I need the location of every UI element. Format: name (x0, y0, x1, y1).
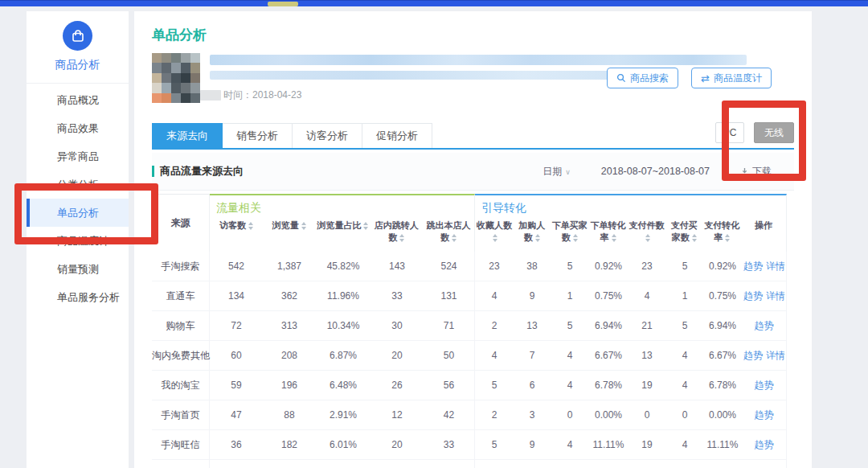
value-cell: 6.67% (703, 341, 742, 370)
value-cell: 134 (210, 281, 263, 310)
source-cell: 我的淘宝 (152, 371, 210, 400)
value-cell: 24 (210, 460, 263, 468)
column-header[interactable]: 店内跳转人数 (370, 217, 423, 252)
column-header[interactable]: 支付转化率 (702, 217, 741, 252)
tab-bar: 来源去向销售分析访客分析促销分析 (152, 123, 432, 148)
trend-link[interactable]: 趋势 (743, 261, 763, 272)
mosaic-pixel (162, 93, 171, 103)
sidebar-item-product-effect[interactable]: 商品效果 (27, 114, 129, 142)
value-cell: 0.92% (589, 252, 628, 281)
trend-link[interactable]: 趋势 (755, 439, 774, 450)
value-cell: 36 (210, 430, 263, 459)
sidebar-item-product-overview[interactable]: 商品概况 (27, 86, 129, 114)
value-cell: 5 (475, 371, 514, 400)
mosaic-pixel (181, 83, 190, 92)
column-header[interactable]: 下单转化率 (589, 217, 628, 252)
column-header[interactable]: 加购人数 (514, 217, 551, 252)
product-thermometer-button[interactable]: ⇄ 商品温度计 (691, 68, 772, 88)
value-cell: 88 (263, 400, 316, 429)
sort-icon[interactable] (301, 222, 306, 230)
product-summary: 时间：2018-04-23 商品搜索 ⇄ 商品温度计 (152, 53, 794, 105)
column-header[interactable]: 浏览量占比 (316, 217, 371, 252)
product-search-button[interactable]: 商品搜索 (607, 68, 678, 88)
sort-icon[interactable] (493, 234, 497, 242)
value-cell: 6.78% (703, 371, 742, 400)
column-header[interactable]: 浏览量 (263, 217, 316, 252)
column-header[interactable]: 收藏人数 (475, 217, 514, 252)
mosaic-pixel (162, 83, 171, 92)
column-header[interactable]: 支付买家数 (665, 217, 702, 252)
trend-link[interactable]: 趋势 (743, 290, 763, 302)
date-range-picker[interactable]: 2018-08-07~2018-08-07 (601, 166, 710, 177)
column-group-traffic: 流量相关访客数浏览量浏览量占比店内跳转人数跳出本店人数 (210, 194, 475, 252)
product-title-redacted (210, 55, 747, 65)
shopping-bag-icon (63, 21, 92, 51)
source-cell: 购物车 (152, 311, 210, 340)
trend-link[interactable]: 趋势 (755, 409, 774, 421)
value-cell: 23 (475, 252, 514, 281)
product-thermometer-label: 商品温度计 (714, 72, 762, 85)
trend-link[interactable]: 趋势 (743, 350, 763, 361)
value-cell: 5 (666, 311, 703, 340)
column-header[interactable]: 跳出本店人数 (423, 217, 474, 252)
mosaic-pixel (171, 83, 181, 92)
sort-icon[interactable] (399, 234, 404, 242)
date-type-dropdown[interactable]: 日期∨ (542, 165, 571, 179)
pc-toggle-button[interactable]: PC (715, 122, 744, 143)
value-cell: 10.34% (316, 311, 371, 340)
value-cell: 9 (514, 281, 551, 310)
value-cell: 4 (666, 430, 703, 459)
date-type-label: 日期 (542, 166, 562, 177)
value-cell: 2 (475, 400, 514, 429)
value-cell: 11.96% (316, 281, 371, 310)
product-search-label: 商品搜索 (630, 72, 669, 85)
sidebar-item-sales-forecast[interactable]: 销量预测 (27, 255, 129, 283)
sort-icon[interactable] (248, 222, 253, 230)
sort-icon[interactable] (535, 234, 540, 242)
sort-icon[interactable] (363, 222, 368, 230)
source-cell: 手淘搜索 (152, 252, 210, 281)
detail-link[interactable]: 详情 (766, 261, 785, 272)
value-cell: 6.94% (589, 311, 628, 340)
sort-icon[interactable] (573, 234, 578, 242)
table-header: 来源 流量相关访客数浏览量浏览量占比店内跳转人数跳出本店人数引导转化收藏人数加购… (152, 194, 812, 252)
detail-link[interactable]: 详情 (766, 350, 785, 361)
value-cell: 60 (210, 341, 263, 370)
sidebar-item-single-item-analysis[interactable]: 单品分析 (27, 199, 129, 227)
search-icon (616, 73, 626, 83)
detail-link[interactable]: 详情 (766, 290, 785, 302)
sidebar-item-category-analysis[interactable]: 分类分析 (27, 170, 129, 199)
sidebar-item-abnormal-product[interactable]: 异常商品 (27, 142, 129, 170)
value-cell: 19 (628, 371, 666, 400)
trend-link[interactable]: 趋势 (755, 380, 774, 391)
sidebar-item-product-thermometer[interactable]: 商品温度计 (27, 227, 129, 255)
value-cell: 20 (371, 430, 424, 459)
value-cell: 13 (628, 341, 666, 370)
tab-source-destination[interactable]: 来源去向 (152, 123, 223, 148)
value-cell: 4 (666, 371, 703, 400)
sidebar-item-single-item-service-analysis[interactable]: 单品服务分析 (27, 283, 129, 311)
sort-icon[interactable] (612, 234, 616, 242)
tab-promotion-analysis[interactable]: 促销分析 (362, 123, 432, 148)
sidebar-menu: 商品概况商品效果异常商品分类分析单品分析商品温度计销量预测单品服务分析 (27, 84, 129, 311)
trend-link[interactable]: 趋势 (755, 320, 774, 331)
value-cell: 1,387 (263, 252, 316, 281)
sidebar-brand-label: 商品分析 (27, 58, 129, 72)
table-row: 手淘首页47882.91%12422300.00%000.00%趋势 (152, 400, 787, 430)
value-cell: 3 (514, 400, 551, 429)
group-title-traffic: 流量相关 (210, 195, 474, 217)
tab-visitor-analysis[interactable]: 访客分析 (293, 123, 362, 148)
sort-icon[interactable] (725, 234, 730, 242)
column-header[interactable]: 访客数 (210, 217, 263, 252)
actions-cell: 趋势详情 (742, 460, 787, 468)
column-header[interactable]: 支付件数 (628, 217, 666, 252)
wireless-toggle-button[interactable]: 无线 (754, 122, 794, 143)
actions-cell: 趋势 (742, 371, 787, 400)
sort-icon[interactable] (452, 234, 457, 242)
sort-icon[interactable] (692, 234, 697, 242)
column-header[interactable]: 下单买家数 (551, 217, 589, 252)
tab-sales-analysis[interactable]: 销售分析 (223, 123, 293, 148)
value-cell: 47 (210, 400, 263, 429)
download-button[interactable]: 下载 (740, 165, 772, 179)
sort-icon[interactable] (645, 234, 650, 242)
